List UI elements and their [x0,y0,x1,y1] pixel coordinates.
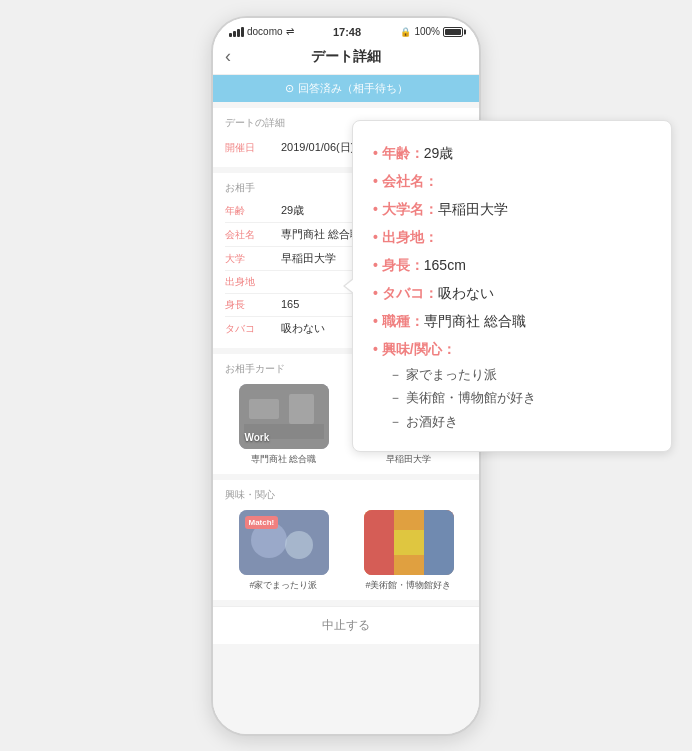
interest-art: #美術館・博物館好き [350,510,467,592]
interest-art-svg [364,510,454,575]
tooltip-interest-label: • 興味/関心： [373,341,456,357]
tooltip-sub-3: － お酒好き [389,410,651,433]
interest-section: 興味・関心 Match! #家でまったり派 [213,480,479,600]
hometown-label: 出身地 [225,275,275,289]
interest-home-caption: #家でまったり派 [249,579,317,592]
tooltip-tobacco-label: • タバコ： [373,285,438,301]
app-header: ‹ デート詳細 [213,42,479,75]
status-right: 🔒 100% [400,26,463,37]
tooltip-sub-2: － 美術館・博物館が好き [389,386,651,409]
interest-home: Match! #家でまったり派 [225,510,342,592]
height-label: 身長 [225,298,275,312]
interest-section-title: 興味・関心 [225,488,467,502]
svg-rect-12 [364,510,394,575]
tooltip-job: • 職種：専門商社 総合職 [373,307,651,335]
tooltip-height-label: • 身長： [373,257,424,273]
age-value: 29歳 [281,203,304,218]
interest-art-image [364,510,454,575]
tooltip-tobacco: • タバコ：吸わない [373,279,651,307]
battery-fill [445,29,461,35]
interest-home-image: Match! [239,510,329,575]
tooltip-age-label: • 年齢： [373,145,424,161]
lock-icon: 🔒 [400,27,411,37]
page-title: デート詳細 [311,48,381,66]
card-work: Work 専門商社 総合職 [225,384,342,466]
tobacco-value: 吸わない [281,321,325,336]
status-icon: ⊙ [285,82,294,95]
page-wrapper: docomo ⇌ 17:48 🔒 100% ‹ デート詳細 ⊙ 回答済み（相手待… [0,0,692,751]
height-value: 165 [281,298,299,310]
status-left: docomo ⇌ [229,26,294,37]
interest-grid: Match! #家でまったり派 # [225,510,467,592]
status-text: 回答済み（相手待ち） [298,81,408,96]
card-college-caption: 早稲田大学 [386,453,431,466]
svg-point-10 [285,531,313,559]
svg-rect-13 [424,510,454,575]
interest-art-caption: #美術館・博物館好き [365,579,451,592]
university-label: 大学 [225,252,275,266]
tobacco-label: タバコ [225,322,275,336]
tooltip-age: • 年齢：29歳 [373,139,651,167]
tooltip-job-label: • 職種： [373,313,424,329]
tooltip-interest: • 興味/関心： [373,335,651,363]
tooltip-sublist: － 家でまったり派 － 美術館・博物館が好き － お酒好き [373,363,651,433]
svg-rect-1 [249,399,279,419]
wifi-icon: ⇌ [286,26,294,37]
tooltip-box: • 年齢：29歳 • 会社名： • 大学名：早稲田大学 • 出身地： • 身長：… [352,120,672,452]
university-value: 早稲田大学 [281,251,336,266]
tooltip-company-label: • 会社名： [373,173,438,189]
carrier-label: docomo [247,26,283,37]
age-label: 年齢 [225,204,275,218]
battery-label: 100% [414,26,440,37]
status-bar: docomo ⇌ 17:48 🔒 100% [213,18,479,42]
tooltip-university: • 大学名：早稲田大学 [373,195,651,223]
back-button[interactable]: ‹ [225,46,231,67]
tooltip-sub-1: － 家でまったり派 [389,363,651,386]
interest-home-badge: Match! [245,516,279,529]
tooltip-hometown: • 出身地： [373,223,651,251]
card-work-image: Work [239,384,329,449]
card-work-caption: 専門商社 総合職 [251,453,317,466]
company-label: 会社名 [225,228,275,242]
svg-rect-14 [394,530,424,555]
tooltip-hometown-label: • 出身地： [373,229,438,245]
company-value: 専門商社 総合職 [281,227,361,242]
time-label: 17:48 [333,26,361,38]
date-field-label: 開催日 [225,141,275,155]
status-banner: ⊙ 回答済み（相手待ち） [213,75,479,102]
battery-icon [443,27,463,37]
card-work-label: Work [245,432,270,443]
svg-rect-2 [289,394,314,424]
tooltip-university-label: • 大学名： [373,201,438,217]
tooltip-height: • 身長：165cm [373,251,651,279]
tooltip-company: • 会社名： [373,167,651,195]
signal-bars-icon [229,27,244,37]
cancel-button[interactable]: 中止する [213,606,479,644]
